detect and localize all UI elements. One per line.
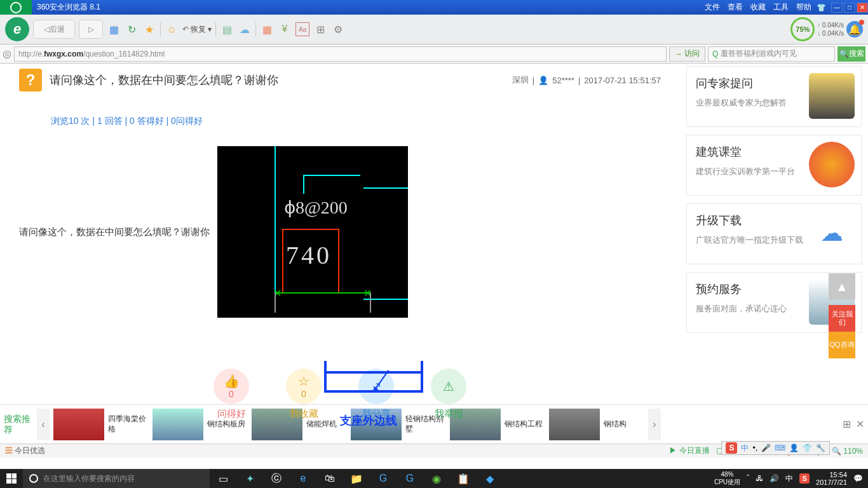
ime-logo-icon: S [726, 442, 737, 454]
bell-icon[interactable]: 🔔 [846, 21, 863, 37]
refresh-icon[interactable]: ↻ [125, 22, 139, 36]
speed-up: ↑ 0.04K/s [817, 21, 844, 29]
shirt-icon[interactable]: 👕 [817, 3, 826, 12]
question-title: 请问像这个，数据在中间要怎么填呢？谢谢你 [50, 72, 512, 88]
maximize-button[interactable]: □ [844, 3, 855, 13]
card-upgrade[interactable]: 升级下载 广联达官方唯一指定升级下载 ☁ [686, 203, 862, 264]
tray-notifications-icon[interactable]: 💬 [853, 474, 863, 483]
ime-keyboard-icon[interactable]: ⌨ [775, 444, 785, 452]
card-ask-expert[interactable]: 问专家提问 业界最权威专家为您解答 [686, 66, 862, 127]
windows-taskbar: 在这里输入你要搜索的内容 ▭ ✦ ⓒ e 🛍 📁 G G ◉ 📋 ◆ 48% C… [0, 469, 868, 488]
gear-icon[interactable]: ⚙ [331, 22, 345, 36]
taskbar-app-icon[interactable]: G [370, 469, 397, 488]
meta-time: 2017-07-21 15:51:57 [584, 76, 661, 85]
window-titlebar: 360安全浏览器 8.1 文件 查看 收藏 工具 帮助 👕 — □ ✕ [0, 0, 868, 15]
action-favorite[interactable]: ☆0 我收藏 [286, 369, 322, 420]
menu-file[interactable]: 文件 [705, 2, 720, 13]
apps-icon[interactable]: ▦ [260, 22, 274, 36]
tray-chevron-icon[interactable]: ˆ [747, 474, 749, 483]
speed-down: ↓ 0.04K/s [817, 29, 844, 37]
edge-icon[interactable]: e [290, 469, 316, 488]
question-stats: 浏览10 次 | 1 回答 | 0 答得好 | 0问得好 [51, 116, 661, 127]
meta-location: 深圳 [512, 74, 529, 86]
menu-tools[interactable]: 工具 [773, 2, 789, 13]
taskbar-app-icon[interactable]: ⓒ [263, 469, 290, 488]
follow-us-badge[interactable]: 关注我们 [829, 305, 855, 332]
ime-toolbar[interactable]: S 中 •, 🎤 ⌨ 👤 👕 🔧 [721, 441, 830, 455]
taskbar-app-icon[interactable]: ◆ [477, 469, 503, 488]
titlebar-menu: 文件 查看 收藏 工具 帮助 [705, 2, 811, 13]
close-button[interactable]: ✕ [857, 3, 868, 13]
go-button[interactable]: → 访问 [669, 46, 705, 62]
speed-circle[interactable]: 75% [790, 17, 815, 41]
question-header: ? 请问像这个，数据在中间要怎么填呢？谢谢你 深圳 | 👤 52**** | 2… [19, 64, 661, 97]
tray-ime-icon[interactable]: 中 [785, 473, 793, 484]
question-desc: 请问像这个，数据在中间要怎么填呢？谢谢你 [19, 226, 210, 238]
forward-button[interactable]: ▷ [79, 20, 103, 39]
ime-user-icon[interactable]: 👤 [789, 444, 799, 452]
store-icon[interactable]: 🛍 [316, 469, 343, 488]
user-icon: 👤 [538, 76, 548, 85]
cortana-icon [29, 474, 38, 483]
menu-fav[interactable]: 收藏 [750, 2, 766, 13]
reco-close-icon[interactable]: ✕ [856, 418, 864, 430]
question-icon: ? [19, 69, 42, 92]
grid-icon[interactable]: ⊞ [313, 22, 327, 36]
system-tray: 48% CPU使用 ˆ 🖧 🔊 中 S 15:54 2017/7/21 💬 [714, 471, 868, 486]
tray-volume-icon[interactable]: 🔊 [770, 474, 779, 483]
action-report[interactable]: ⚠ 我举报 [431, 369, 466, 420]
note-icon[interactable]: ▤ [220, 22, 234, 36]
annotation-label: 支座外边线 [340, 413, 397, 428]
cpu-indicator[interactable]: 48% CPU使用 [714, 471, 740, 486]
star-icon[interactable]: ★ [142, 22, 156, 36]
task-view-icon[interactable]: ▭ [210, 469, 236, 488]
warning-icon: ⚠ [443, 379, 454, 394]
explorer-icon[interactable]: 📁 [343, 469, 370, 488]
coin-icon[interactable]: ¥ [278, 22, 292, 36]
taskbar-app-icon[interactable]: 📋 [450, 469, 477, 488]
taskbar-app-icon[interactable]: G [397, 469, 423, 488]
taskbar-app-icon[interactable]: ✦ [236, 469, 263, 488]
menu-view[interactable]: 查看 [728, 2, 743, 13]
ime-mic-icon[interactable]: 🎤 [761, 444, 771, 452]
status-today-picks[interactable]: ☰ 今日优选 [5, 445, 45, 456]
address-bar-row: ◎ http://e.fwxgx.com/question_1614829.ht… [0, 44, 868, 64]
home-icon[interactable]: ⌂ [165, 22, 179, 36]
page-content: ? 请问像这个，数据在中间要怎么填呢？谢谢你 深圳 | 👤 52**** | 2… [0, 64, 868, 404]
search-button[interactable]: 🔍 搜索 [837, 46, 865, 62]
url-input[interactable]: http://e.fwxgx.com/question_1614829.html [14, 46, 667, 62]
scroll-top-button[interactable]: ▲ [829, 273, 855, 300]
action-good-question[interactable]: 👍0 问得好 [214, 369, 249, 420]
minimize-button[interactable]: — [831, 3, 843, 13]
cloud-icon[interactable]: ☁ [238, 22, 252, 36]
search-input[interactable]: Q羞答答福利游戏内可见 [708, 46, 835, 62]
tray-network-icon[interactable]: 🖧 [756, 474, 763, 483]
back-button[interactable]: ◁ 后退 [33, 20, 75, 39]
page-icon[interactable]: ▦ [107, 22, 121, 36]
ime-punct-icon[interactable]: •, [752, 444, 757, 452]
cloud-upload-icon: ☁ [809, 210, 855, 256]
cad-rebar-label: ϕ8@200 [284, 197, 348, 218]
browser-360-icon[interactable]: ◉ [423, 469, 450, 488]
reco-settings-icon[interactable]: ⊞ [843, 418, 851, 430]
restore-button[interactable]: ↶ 恢复 ▾ [182, 24, 212, 35]
app-title: 360安全浏览器 8.1 [37, 2, 705, 13]
cad-image: ϕ8@200 740 ✕ ✕ [217, 146, 408, 318]
status-live[interactable]: ▶ 今日直播 [669, 445, 709, 456]
menu-help[interactable]: 帮助 [796, 2, 811, 13]
ime-lang[interactable]: 中 [741, 443, 749, 454]
cad-dim-label: 740 [286, 240, 332, 270]
star-outline-icon: ☆ [298, 374, 309, 389]
browser-logo[interactable]: e [5, 17, 29, 41]
aa-icon[interactable]: Aa [295, 22, 309, 36]
card-class[interactable]: 建筑课堂 建筑行业实训教学第一平台 [686, 135, 862, 196]
ime-tool-icon[interactable]: 🔧 [816, 444, 825, 452]
taskbar-search[interactable]: 在这里输入你要搜索的内容 [23, 469, 210, 488]
start-button[interactable] [0, 469, 23, 488]
tray-clock[interactable]: 15:54 2017/7/21 [816, 471, 847, 486]
thumbs-up-icon: 👍 [224, 374, 240, 389]
ime-skin-icon[interactable]: 👕 [803, 444, 812, 452]
qq-consult-badge[interactable]: QQ咨询 [829, 332, 855, 358]
tray-sogou-icon[interactable]: S [799, 473, 810, 484]
zoom-level[interactable]: 🔍 110% [832, 447, 863, 456]
